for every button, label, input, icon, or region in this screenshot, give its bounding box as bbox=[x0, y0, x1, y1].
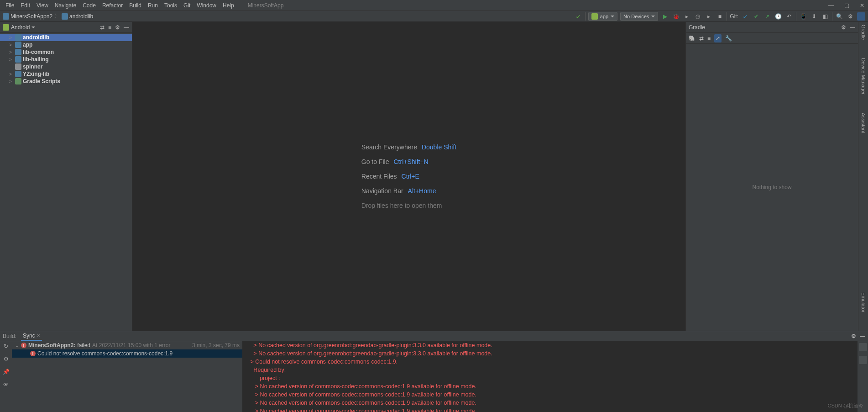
device-selector[interactable]: No Devices bbox=[620, 12, 658, 21]
build-node-duration: 3 min, 3 sec, 79 ms bbox=[192, 342, 240, 349]
close-icon[interactable]: × bbox=[37, 333, 40, 339]
project-item-spinner[interactable]: spinner bbox=[0, 63, 132, 70]
build-panel: Build: Sync× ⚙ — ↻ ⚙ 📌 👁 ⌄ ! MinersSoftA… bbox=[0, 331, 868, 412]
gradle-offline-icon[interactable]: ⤢ bbox=[714, 34, 722, 42]
separator bbox=[796, 12, 796, 21]
project-item-YZxing-lib[interactable]: >YZxing-lib bbox=[0, 70, 132, 78]
avd-icon[interactable]: 📱 bbox=[799, 12, 807, 21]
console-line: > No cached version of org.greenrobot:gr… bbox=[246, 341, 854, 349]
gradle-wrench-icon[interactable]: 🔧 bbox=[725, 35, 732, 42]
gradle-panel: Gradle ⚙ — 🐘 ⇄ ≡ ⤢ 🔧 Nothing to show bbox=[685, 22, 858, 331]
project-panel: Android ⇄ ≡ ⚙ — >androidlib>app>lib-comm… bbox=[0, 22, 132, 331]
select-opened-icon[interactable]: ⇄ bbox=[100, 24, 105, 31]
project-item-app[interactable]: >app bbox=[0, 41, 132, 48]
git-push-icon[interactable]: ↗ bbox=[763, 12, 771, 21]
run-button[interactable]: ▶ bbox=[661, 12, 669, 21]
project-item-label: lib-common bbox=[23, 49, 54, 55]
hide-panel-icon[interactable]: — bbox=[860, 333, 865, 339]
menu-code[interactable]: Code bbox=[80, 1, 99, 10]
tool-assistant-tab[interactable]: Assistant bbox=[861, 113, 866, 133]
search-icon[interactable]: 🔍 bbox=[835, 12, 843, 21]
hint-search-key: Double Shift bbox=[422, 143, 456, 151]
breadcrumb-child[interactable]: androidlib bbox=[62, 13, 93, 20]
gear-icon[interactable]: ⚙ bbox=[851, 333, 856, 339]
breadcrumb-child-label: androidlib bbox=[69, 13, 93, 20]
git-commit-icon[interactable]: ✔ bbox=[752, 12, 760, 21]
breadcrumb-root[interactable]: MinersSoftAppn2 bbox=[3, 13, 52, 20]
gear-icon[interactable]: ⚙ bbox=[115, 24, 120, 31]
separator bbox=[585, 12, 586, 21]
build-node-error[interactable]: ! Could not resolve commons-codec:common… bbox=[12, 349, 242, 358]
sync-arrow-icon[interactable]: ↙ bbox=[574, 12, 582, 21]
build-node-root[interactable]: ⌄ ! MinersSoftAppn2: failed At 2022/11/2… bbox=[12, 341, 242, 349]
menu-run[interactable]: Run bbox=[145, 1, 161, 10]
gradle-refresh-icon[interactable]: 🐘 bbox=[689, 35, 695, 42]
hide-panel-icon[interactable]: — bbox=[850, 24, 855, 31]
hide-panel-icon[interactable]: — bbox=[124, 24, 129, 31]
build-label: Build: bbox=[3, 333, 16, 339]
folder-icon bbox=[15, 42, 21, 48]
gear-icon[interactable]: ⚙ bbox=[841, 24, 846, 31]
menu-git[interactable]: Git bbox=[181, 1, 193, 10]
tool-emulator-tab[interactable]: Emulator bbox=[861, 292, 866, 312]
stop-button[interactable]: ■ bbox=[716, 12, 724, 21]
close-button[interactable]: ✕ bbox=[859, 2, 865, 9]
user-icon[interactable] bbox=[857, 12, 865, 21]
menu-build[interactable]: Build bbox=[126, 1, 144, 10]
gradle-expand-icon[interactable]: ⇄ bbox=[699, 35, 704, 42]
project-view-selector[interactable]: Android bbox=[3, 24, 35, 31]
coverage-button[interactable]: ▸ bbox=[683, 12, 691, 21]
project-item-androidlib[interactable]: >androidlib bbox=[0, 34, 132, 41]
menu-view[interactable]: View bbox=[34, 1, 51, 10]
breadcrumb: MinersSoftAppn2 〉 androidlib bbox=[3, 12, 93, 20]
expand-all-icon[interactable]: ≡ bbox=[108, 24, 111, 31]
project-tree[interactable]: >androidlib>app>lib-common>lib-hailing s… bbox=[0, 33, 132, 331]
maximize-button[interactable]: ▢ bbox=[843, 2, 850, 9]
menu-tools[interactable]: Tools bbox=[162, 1, 180, 10]
menu-help[interactable]: Help bbox=[220, 1, 237, 10]
module-selector[interactable]: app bbox=[588, 12, 617, 21]
sdk-icon[interactable]: ⬇ bbox=[810, 12, 818, 21]
menu-navigate[interactable]: Navigate bbox=[52, 1, 79, 10]
menu-window[interactable]: Window bbox=[194, 1, 219, 10]
eye-icon[interactable]: 👁 bbox=[3, 381, 9, 388]
tool-gradle-tab[interactable]: Gradle bbox=[861, 25, 866, 40]
project-icon bbox=[3, 13, 9, 20]
project-item-Gradle Scripts[interactable]: >Gradle Scripts bbox=[0, 78, 132, 85]
project-item-lib-common[interactable]: >lib-common bbox=[0, 48, 132, 56]
gradle-collapse-icon[interactable]: ≡ bbox=[707, 35, 711, 42]
gradle-empty-label: Nothing to show bbox=[686, 44, 858, 331]
pin-icon[interactable]: 📌 bbox=[3, 369, 10, 375]
build-console[interactable]: > No cached version of org.greenrobot:gr… bbox=[243, 341, 857, 412]
module-selector-label: app bbox=[600, 14, 608, 19]
tool-device-manager-tab[interactable]: Device Manager bbox=[861, 58, 866, 95]
gear-icon[interactable]: ⚙ bbox=[846, 12, 854, 21]
profile-button[interactable]: ◷ bbox=[694, 12, 702, 21]
filter-icon[interactable]: ⚙ bbox=[4, 356, 9, 362]
soft-wrap-icon[interactable] bbox=[859, 343, 867, 351]
console-line: project : bbox=[246, 374, 854, 382]
menu-file[interactable]: File bbox=[3, 1, 17, 10]
build-tab-sync[interactable]: Sync× bbox=[21, 332, 42, 341]
git-revert-icon[interactable]: ↶ bbox=[785, 12, 793, 21]
scroll-to-end-icon[interactable] bbox=[859, 356, 867, 364]
menu-refactor[interactable]: Refactor bbox=[99, 1, 125, 10]
menu-edit[interactable]: Edit bbox=[18, 1, 33, 10]
resource-icon[interactable]: ◧ bbox=[821, 12, 829, 21]
project-item-lib-hailing[interactable]: >lib-hailing bbox=[0, 56, 132, 63]
editor-area[interactable]: Search EverywhereDouble Shift Go to File… bbox=[132, 22, 685, 331]
git-update-icon[interactable]: ↙ bbox=[741, 12, 749, 21]
minimize-button[interactable]: — bbox=[828, 2, 834, 9]
folder-icon bbox=[15, 63, 21, 70]
build-tree[interactable]: ⌄ ! MinersSoftAppn2: failed At 2022/11/2… bbox=[12, 341, 243, 412]
folder-icon bbox=[15, 71, 21, 77]
android-icon bbox=[3, 24, 9, 31]
debug-button[interactable]: 🐞 bbox=[672, 12, 680, 21]
attach-button[interactable]: ▸ bbox=[705, 12, 713, 21]
console-line: > Could not resolve commons-codec:common… bbox=[246, 358, 854, 366]
restart-icon[interactable]: ↻ bbox=[4, 343, 8, 349]
separator bbox=[727, 12, 727, 21]
android-icon bbox=[591, 13, 598, 20]
git-history-icon[interactable]: 🕓 bbox=[774, 12, 782, 21]
title-bar: File Edit View Navigate Code Refactor Bu… bbox=[0, 0, 868, 11]
